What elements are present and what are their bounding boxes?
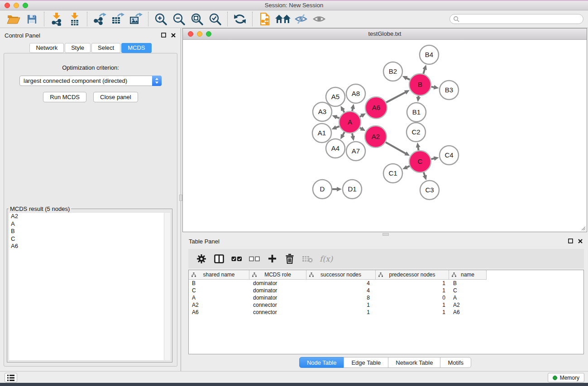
- table-cell[interactable]: 1: [376, 301, 449, 309]
- column-header-successor-nodes[interactable]: successor nodes: [306, 270, 376, 280]
- tab-motifs[interactable]: Motifs: [440, 357, 471, 368]
- graph-node-C3[interactable]: C3: [420, 181, 439, 200]
- add-row-icon[interactable]: [267, 253, 277, 265]
- table-cell[interactable]: C: [189, 287, 249, 294]
- task-history-button[interactable]: [5, 373, 17, 382]
- graph-node-C2[interactable]: C2: [406, 123, 425, 142]
- hide-graphics-details-icon[interactable]: [292, 11, 310, 27]
- graph-node-C[interactable]: C: [409, 151, 431, 172]
- graph-node-B3[interactable]: B3: [440, 81, 459, 100]
- table-cell[interactable]: 1: [306, 309, 376, 316]
- result-list-item[interactable]: A6: [9, 243, 164, 250]
- show-column-panel-icon[interactable]: [214, 253, 225, 265]
- network-canvas[interactable]: B4B2BB3A8A5A6A3B1AC2A1A2A4A7C4CC1C3DD1: [183, 40, 587, 232]
- table-cell[interactable]: dominator: [249, 280, 306, 287]
- function-builder-icon[interactable]: f(x): [320, 253, 333, 265]
- graph-edge-C-C2[interactable]: [418, 147, 419, 151]
- delete-row-icon[interactable]: [284, 253, 295, 265]
- zoom-window-button[interactable]: [23, 3, 28, 8]
- graph-edge-C-C3[interactable]: [424, 172, 425, 176]
- table-cell[interactable]: 1: [306, 301, 376, 309]
- graph-node-B4[interactable]: B4: [420, 45, 439, 64]
- column-header-MCDS-role[interactable]: MCDS role: [249, 270, 306, 280]
- table-cell[interactable]: A2: [189, 301, 249, 309]
- resize-grip-icon[interactable]: [580, 225, 586, 231]
- graph-edge-C-C1[interactable]: [406, 166, 410, 167]
- network-zoom-button[interactable]: [206, 31, 211, 37]
- table-row[interactable]: Cdominator41C: [189, 287, 583, 294]
- run-mcds-button[interactable]: Run MCDS: [43, 92, 86, 102]
- tab-mcds[interactable]: MCDS: [121, 43, 151, 53]
- minimize-window-button[interactable]: [14, 3, 19, 8]
- zoom-out-icon[interactable]: [170, 11, 188, 27]
- tab-node-table[interactable]: Node Table: [299, 357, 344, 368]
- zoom-fit-icon[interactable]: [188, 11, 206, 27]
- open-session-icon[interactable]: [5, 11, 23, 27]
- table-cell[interactable]: connector: [249, 309, 306, 316]
- table-cell[interactable]: 4: [306, 287, 376, 294]
- graph-edge-A-A8[interactable]: [352, 108, 353, 111]
- graph-edge-A-A1[interactable]: [336, 126, 339, 128]
- result-list-item[interactable]: B: [9, 228, 164, 235]
- result-scrollbar[interactable]: [164, 213, 170, 360]
- table-cell[interactable]: A6: [449, 309, 487, 316]
- table-cell[interactable]: C: [449, 287, 487, 294]
- table-cell[interactable]: B: [449, 280, 487, 287]
- import-network-icon[interactable]: [48, 11, 66, 27]
- splitter-grip[interactable]: [179, 195, 182, 201]
- table-cell[interactable]: B: [189, 280, 249, 287]
- table-row[interactable]: A2connector11A2: [189, 301, 583, 309]
- table-row[interactable]: A6connector11A6: [189, 309, 583, 316]
- graph-edge-A2-C[interactable]: [386, 142, 406, 153]
- home-icon[interactable]: [274, 11, 292, 27]
- close-panel-button[interactable]: Close panel: [93, 92, 138, 102]
- result-list-item[interactable]: C: [9, 235, 164, 243]
- graph-edge-A-A6[interactable]: [360, 115, 362, 117]
- network-view-window[interactable]: testGlobe.txt B4B2BB3A8A5A6A3B1AC2A1A2A4…: [182, 28, 587, 232]
- graph-edge-B-B4[interactable]: [423, 69, 425, 74]
- graph-node-B1[interactable]: B1: [407, 103, 426, 122]
- deselect-all-check-icon[interactable]: [249, 253, 260, 265]
- search-box[interactable]: [449, 14, 583, 24]
- graph-edge-A6-B[interactable]: [386, 92, 406, 103]
- graph-node-C1[interactable]: C1: [383, 164, 402, 183]
- search-input[interactable]: [461, 16, 579, 22]
- zoom-selected-icon[interactable]: [206, 11, 224, 27]
- close-window-button[interactable]: [5, 3, 10, 8]
- table-cell[interactable]: 4: [306, 280, 376, 287]
- graph-edge-B-B3[interactable]: [431, 87, 435, 87]
- delete-table-icon[interactable]: [302, 253, 313, 265]
- zoom-in-icon[interactable]: [152, 11, 170, 27]
- tab-select[interactable]: Select: [91, 43, 120, 53]
- table-cell[interactable]: A: [189, 294, 249, 301]
- graph-node-C4[interactable]: C4: [440, 146, 459, 165]
- graph-node-A2[interactable]: A2: [365, 126, 387, 148]
- table-cell[interactable]: dominator: [249, 287, 306, 294]
- network-minimize-button[interactable]: [197, 31, 202, 37]
- table-cell[interactable]: connector: [249, 301, 306, 309]
- graph-node-A1[interactable]: A1: [312, 124, 331, 143]
- criterion-select[interactable]: largest connected component (directed): [19, 76, 162, 86]
- graph-edge-A-A5[interactable]: [343, 110, 344, 113]
- graph-node-D[interactable]: D: [313, 180, 332, 199]
- tab-style[interactable]: Style: [65, 43, 91, 53]
- graph-node-A6[interactable]: A6: [365, 97, 387, 119]
- close-panel-icon[interactable]: [578, 239, 583, 243]
- float-panel-icon[interactable]: [161, 33, 166, 38]
- graph-node-A7[interactable]: A7: [346, 142, 365, 161]
- table-options-icon[interactable]: [196, 253, 207, 265]
- table-cell[interactable]: A6: [189, 309, 249, 316]
- table-row[interactable]: Bdominator41B: [189, 280, 583, 287]
- table-cell[interactable]: dominator: [249, 294, 306, 301]
- graph-edge-A-A2[interactable]: [360, 128, 362, 129]
- export-network-icon[interactable]: [91, 11, 109, 27]
- graph-node-A4[interactable]: A4: [326, 139, 345, 158]
- graph-edge-B-B2[interactable]: [406, 78, 410, 80]
- network-graph[interactable]: B4B2BB3A8A5A6A3B1AC2A1A2A4A7C4CC1C3DD1: [183, 40, 587, 232]
- graph-edge-A-A7[interactable]: [352, 133, 353, 136]
- graph-node-D1[interactable]: D1: [343, 180, 362, 199]
- graph-node-A3[interactable]: A3: [313, 102, 332, 121]
- table-cell[interactable]: A2: [449, 301, 487, 309]
- column-header-predecessor-nodes[interactable]: predecessor nodes: [376, 270, 449, 280]
- graph-node-A[interactable]: A: [339, 111, 361, 133]
